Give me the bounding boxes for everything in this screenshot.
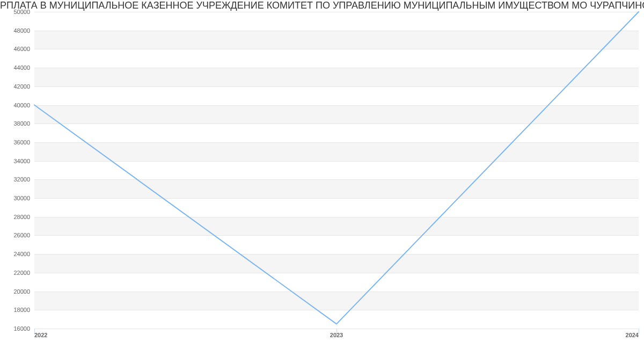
x-tick-label: 2024: [626, 329, 639, 338]
plot-area: 1600018000200002200024000260002800030000…: [34, 12, 639, 329]
y-tick-label: 26000: [13, 232, 34, 238]
y-tick-label: 32000: [13, 176, 34, 183]
y-tick-label: 18000: [13, 307, 34, 313]
y-tick-label: 22000: [13, 270, 34, 276]
x-tick-label: 2022: [34, 329, 47, 338]
chart-title: РПЛАТА В МУНИЦИПАЛЬНОЕ КАЗЕННОЕ УЧРЕЖДЕН…: [0, 0, 644, 11]
y-tick-label: 46000: [13, 46, 34, 52]
y-tick-label: 24000: [13, 251, 34, 257]
x-tick-mark: [639, 329, 639, 334]
y-tick-label: 30000: [13, 195, 34, 201]
y-tick-label: 40000: [13, 102, 34, 108]
y-tick-label: 36000: [13, 139, 34, 146]
y-tick-label: 16000: [13, 325, 34, 332]
chart-container: РПЛАТА В МУНИЦИПАЛЬНОЕ КАЗЕННОЕ УЧРЕЖДЕН…: [0, 0, 644, 349]
y-tick-label: 20000: [13, 288, 34, 295]
y-tick-label: 48000: [13, 27, 34, 34]
y-tick-label: 28000: [13, 214, 34, 220]
y-tick-label: 42000: [13, 83, 34, 90]
y-tick-label: 34000: [13, 158, 34, 164]
y-tick-label: 38000: [13, 120, 34, 127]
y-tick-label: 50000: [13, 9, 34, 15]
data-line: [34, 12, 639, 329]
y-tick-label: 44000: [13, 64, 34, 71]
x-tick-label: 2023: [330, 329, 343, 338]
